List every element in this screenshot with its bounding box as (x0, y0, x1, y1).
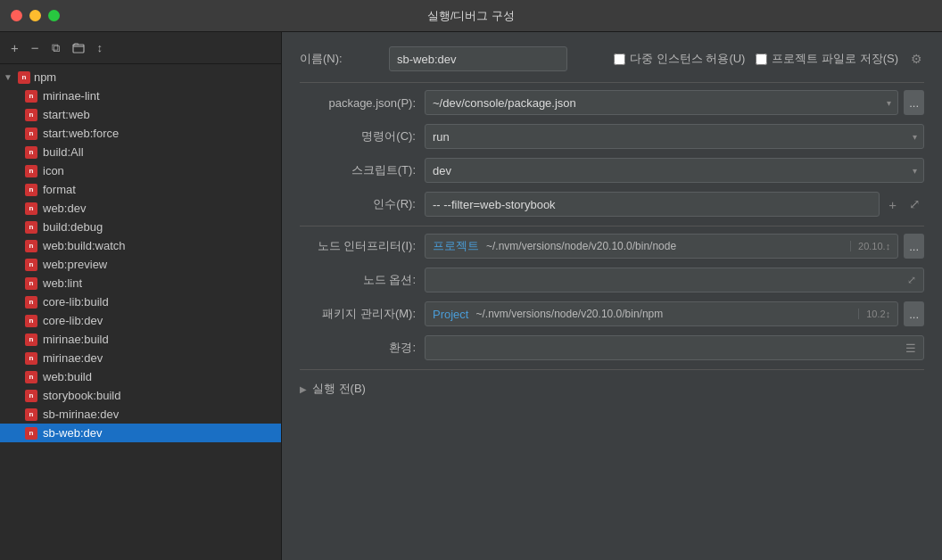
gear-button[interactable]: ⚙ (909, 50, 924, 68)
list-item[interactable]: nstart:web:force (0, 124, 281, 143)
list-item[interactable]: nmirinae:build (0, 330, 281, 349)
npm-item-icon: n (25, 240, 37, 252)
list-item[interactable]: nstart:web (0, 105, 281, 124)
node-options-input[interactable]: ⤢ (425, 268, 924, 292)
package-manager-type: Project (433, 308, 468, 321)
main-layout: + − ⧉ ↕ ▼ n npm nmirinae-lintnstart (0, 32, 942, 560)
allow-parallel-checkbox[interactable] (614, 54, 625, 65)
maximize-button[interactable] (48, 10, 60, 21)
command-control: run ▾ (425, 124, 924, 149)
list-item[interactable]: nsb-web:dev (0, 424, 281, 442)
before-launch-label: 실행 전(B) (312, 381, 366, 397)
npm-item-icon: n (25, 146, 37, 159)
command-label: 명령어(C): (300, 128, 416, 144)
chevron-right-icon: ▶ (300, 384, 307, 394)
sidebar-item-label: core-lib:dev (43, 314, 103, 327)
list-item[interactable]: nstorybook:build (0, 386, 281, 405)
node-interpreter-row: 노드 인터프리터(I): 프로젝트 ~/.nvm/versions/node/v… (300, 234, 924, 259)
name-label: 이름(N): (300, 51, 389, 67)
remove-config-button[interactable]: − (28, 38, 43, 57)
package-manager-row: 패키지 관리자(M): Project ~/.nvm/versions/node… (300, 301, 924, 326)
sidebar-toolbar: + − ⧉ ↕ (0, 32, 281, 64)
package-json-select[interactable]: ~/dev/console/package.json (425, 90, 898, 115)
list-item[interactable]: nweb:lint (0, 274, 281, 292)
expand-icon: ⤢ (907, 274, 916, 286)
script-row: 스크립트(T): dev ▾ (300, 158, 924, 183)
sidebar-item-label: start:web (43, 108, 90, 121)
sidebar-item-label: mirinae:build (43, 333, 109, 346)
allow-parallel-label[interactable]: 다중 인스턴스 허용(U) (614, 51, 745, 67)
npm-icon: n (18, 71, 30, 84)
list-item[interactable]: nweb:build:watch (0, 236, 281, 255)
chevron-down-icon: ▼ (4, 72, 12, 82)
svg-rect-0 (73, 45, 84, 53)
node-interpreter-path: ~/.nvm/versions/node/v20.10.0/bin/node (486, 240, 847, 252)
list-item[interactable]: nmirinae-lint (0, 86, 281, 105)
npm-item-icon: n (25, 371, 37, 383)
package-json-browse-button[interactable]: ... (904, 90, 924, 115)
list-item[interactable]: nweb:build (0, 367, 281, 386)
npm-group: ▼ n npm nmirinae-lintnstart:webnstart:we… (0, 64, 281, 446)
title-bar: 실행/디버그 구성 (0, 0, 942, 32)
npm-item-icon: n (25, 128, 37, 140)
command-select[interactable]: run (425, 124, 924, 149)
script-select[interactable]: dev (425, 158, 924, 183)
minimize-button[interactable] (29, 10, 41, 21)
args-input[interactable] (425, 192, 880, 217)
npm-group-header[interactable]: ▼ n npm (0, 68, 281, 86)
name-input[interactable] (389, 46, 567, 71)
sidebar-item-label: sb-mirinae:dev (43, 408, 119, 421)
folder-config-button[interactable] (69, 40, 88, 56)
npm-item-icon: n (25, 334, 37, 346)
store-as-project-checkbox[interactable] (756, 54, 767, 65)
args-label: 인수(R): (300, 196, 416, 212)
sidebar-item-label: build:All (43, 145, 84, 159)
package-manager-input[interactable]: Project ~/.nvm/versions/node/v20.10.0/bi… (425, 301, 898, 326)
args-add-button[interactable]: + (885, 195, 900, 214)
sidebar-item-label: storybook:build (43, 389, 120, 402)
sidebar: + − ⧉ ↕ ▼ n npm nmirinae-lintnstart (0, 32, 282, 560)
npm-item-icon: n (25, 427, 37, 440)
args-expand-button[interactable]: ⤢ (905, 194, 924, 214)
list-item[interactable]: nmirinae:dev (0, 349, 281, 367)
npm-item-icon: n (25, 390, 37, 402)
close-button[interactable] (11, 10, 22, 21)
npm-item-icon: n (25, 165, 37, 177)
list-item[interactable]: nicon (0, 161, 281, 180)
sidebar-item-label: start:web:force (43, 127, 119, 140)
store-as-project-label[interactable]: 프로젝트 파일로 저장(S) (756, 51, 898, 67)
window-title: 실행/디버그 구성 (427, 8, 515, 24)
list-item[interactable]: ncore-lib:dev (0, 311, 281, 330)
env-input[interactable]: ☰ (425, 335, 924, 360)
sidebar-item-label: mirinae:dev (43, 351, 103, 365)
package-manager-version-badge: 10.2↕ (858, 309, 890, 319)
args-row: 인수(R): + ⤢ (300, 192, 924, 217)
list-item[interactable]: nformat (0, 180, 281, 199)
list-item[interactable]: nbuild:All (0, 143, 281, 161)
sidebar-item-label: format (43, 183, 76, 196)
copy-config-button[interactable]: ⧉ (48, 39, 63, 57)
list-item[interactable]: nsb-mirinae:dev (0, 405, 281, 424)
list-item[interactable]: nbuild:debug (0, 218, 281, 236)
traffic-lights (11, 10, 60, 21)
list-item[interactable]: nweb:preview (0, 255, 281, 274)
sidebar-item-label: web:build:watch (43, 239, 126, 252)
package-json-row: package.json(P): ~/dev/console/package.j… (300, 90, 924, 115)
package-manager-path: ~/.nvm/versions/node/v20.10.0/bin/npm (475, 308, 855, 320)
npm-item-icon: n (25, 202, 37, 215)
divider-1 (300, 82, 924, 83)
list-item[interactable]: nweb:dev (0, 199, 281, 218)
add-config-button[interactable]: + (7, 38, 22, 57)
npm-group-label: npm (34, 70, 56, 84)
list-item[interactable]: ncore-lib:build (0, 292, 281, 311)
package-json-control: ~/dev/console/package.json ▾ ... (425, 90, 924, 115)
node-interpreter-browse-button[interactable]: ... (904, 234, 924, 259)
node-interpreter-input[interactable]: 프로젝트 ~/.nvm/versions/node/v20.10.0/bin/n… (425, 234, 898, 259)
script-control: dev ▾ (425, 158, 924, 183)
package-manager-browse-button[interactable]: ... (904, 301, 924, 326)
node-options-row: 노드 옵션: ⤢ (300, 268, 924, 292)
sort-config-button[interactable]: ↕ (94, 39, 107, 56)
before-launch-header[interactable]: ▶ 실행 전(B) (300, 377, 924, 400)
sidebar-item-label: web:lint (43, 276, 82, 290)
header-right: 다중 인스턴스 허용(U) 프로젝트 파일로 저장(S) ⚙ (614, 50, 924, 68)
